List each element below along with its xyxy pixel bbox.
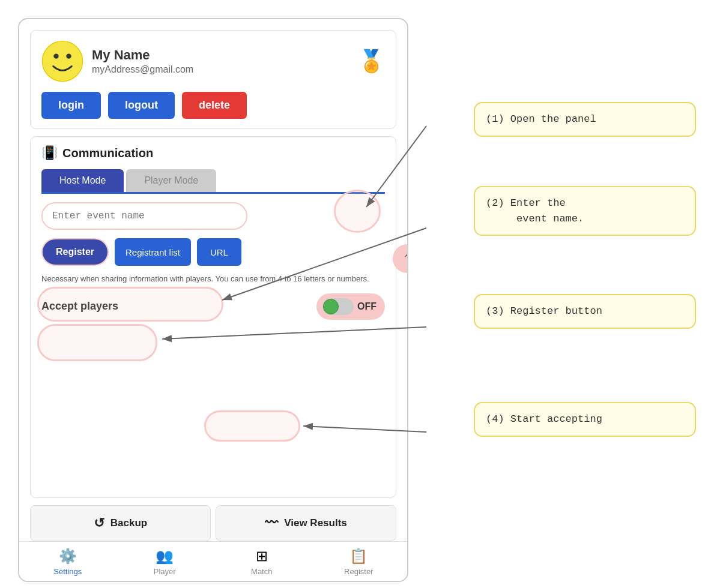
- comm-header: 📳 Communication: [41, 145, 385, 161]
- communication-title: Communication: [62, 146, 153, 160]
- profile-buttons: login logout delete: [41, 92, 385, 119]
- annotation-step1: (1) Open the panel: [474, 102, 696, 137]
- tab-register[interactable]: 📋 Register: [310, 548, 408, 576]
- avatar: [41, 40, 83, 82]
- match-icon: ⊞: [256, 548, 268, 565]
- registrant-list-button[interactable]: Registrant list: [115, 238, 191, 266]
- logout-button[interactable]: logout: [108, 92, 175, 119]
- register-button[interactable]: Register: [41, 238, 109, 266]
- toggle-off-label: OFF: [357, 301, 377, 312]
- toggle-wrapper: OFF: [316, 293, 385, 320]
- communication-icon: 📳: [41, 145, 58, 161]
- profile-email: myAddress@gmail.com: [92, 64, 358, 75]
- toggle-oval: OFF: [316, 293, 385, 320]
- tab-bar: ⚙️ Settings 👥 Player ⊞ Match 📋 Register: [19, 541, 407, 581]
- login-button[interactable]: login: [41, 92, 101, 119]
- toggle-knob: [323, 299, 339, 314]
- backup-label: Backup: [110, 517, 147, 529]
- svg-point-0: [42, 41, 82, 81]
- register-tab-label: Register: [344, 567, 373, 576]
- view-results-button[interactable]: 〰 View Results: [216, 505, 396, 541]
- settings-label: Settings: [53, 567, 82, 576]
- event-name-input[interactable]: [41, 202, 247, 230]
- annotation-step3: (3) Register button: [474, 294, 696, 329]
- profile-info: My Name myAddress@gmail.com: [92, 47, 358, 75]
- bottom-actions: ↺ Backup 〰 View Results: [30, 505, 396, 541]
- settings-icon: ⚙️: [59, 548, 77, 565]
- match-label: Match: [251, 567, 272, 576]
- annotation-step4: (4) Start accepting: [474, 402, 696, 437]
- tab-match[interactable]: ⊞ Match: [213, 548, 310, 576]
- delete-button[interactable]: delete: [182, 92, 247, 119]
- annotation-step3-text: (3) Register button: [486, 305, 602, 317]
- event-input-wrapper: [41, 202, 385, 230]
- tab-settings[interactable]: ⚙️ Settings: [19, 548, 116, 576]
- player-icon: 👥: [156, 548, 174, 565]
- accept-players-row: Accept players OFF: [41, 293, 385, 320]
- view-results-icon: 〰: [265, 515, 278, 531]
- svg-point-2: [66, 53, 71, 58]
- profile-name: My Name: [92, 47, 358, 63]
- svg-point-1: [53, 53, 58, 58]
- phone-container: My Name myAddress@gmail.com 🏅 login logo…: [18, 18, 408, 582]
- url-button[interactable]: URL: [197, 238, 241, 266]
- annotation-step2: (2) Enter the event name.: [474, 186, 696, 236]
- host-mode-tab[interactable]: Host Mode: [41, 169, 124, 192]
- action-buttons: Register Registrant list URL: [41, 238, 385, 266]
- player-mode-tab[interactable]: Player Mode: [126, 169, 216, 192]
- backup-button[interactable]: ↺ Backup: [30, 505, 211, 541]
- comm-title-row: 📳 Communication: [41, 145, 153, 161]
- view-results-label: View Results: [284, 517, 347, 529]
- accept-players-label: Accept players: [41, 300, 118, 313]
- annotation-step2-text: (2) Enter the event name.: [486, 197, 584, 224]
- profile-section: My Name myAddress@gmail.com 🏅 login logo…: [30, 30, 396, 129]
- mode-tabs: Host Mode Player Mode: [41, 169, 385, 194]
- annotation-step1-text: (1) Open the panel: [486, 113, 596, 125]
- player-label: Player: [154, 567, 176, 576]
- communication-section: 📳 Communication Host Mode Player Mode Re…: [30, 136, 396, 498]
- register-icon: 📋: [349, 548, 368, 565]
- backup-icon: ↺: [94, 515, 104, 531]
- trophy-icon: 🏅: [358, 49, 385, 74]
- helper-text: Necessary when sharing information with …: [41, 273, 385, 285]
- accept-toggle[interactable]: [322, 298, 354, 315]
- annotation-step4-text: (4) Start accepting: [486, 413, 602, 425]
- tab-player[interactable]: 👥 Player: [116, 548, 214, 576]
- profile-row: My Name myAddress@gmail.com 🏅: [41, 40, 385, 82]
